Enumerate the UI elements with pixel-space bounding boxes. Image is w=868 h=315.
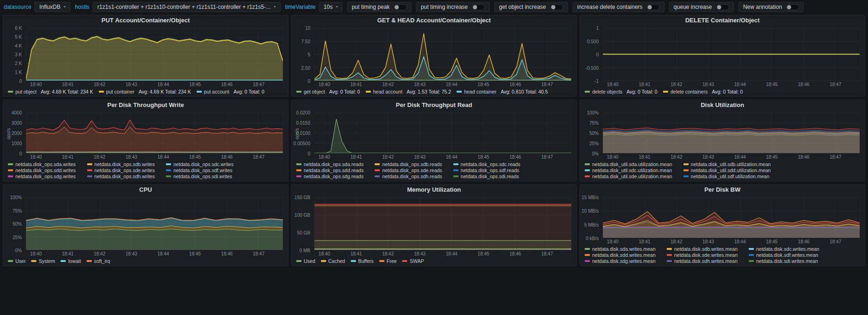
legend-item[interactable]: netdata.disk.sda.writes.mean [585,246,656,252]
legend-item[interactable]: netdata.disk_util.sda.utilization.mean [585,161,672,167]
y-axis: 150 GB100 GB50 GB0 MB [293,197,314,250]
legend-item[interactable]: netdata.disk_util.sdf.utilization.mean [683,174,771,179]
chart-plot-area[interactable] [602,197,860,238]
legend-item[interactable]: netdata.disk_util.sde.utilization.mean [585,174,672,179]
panel-title[interactable]: Memory Utilization [292,185,576,195]
toggle-switch[interactable] [472,4,485,10]
legend-item[interactable]: netdata.disk.sdh.writes.mean [667,258,738,264]
x-axis: 18:4018:4118:4218:4318:4418:4518:4618:47 [602,238,860,245]
panel-title[interactable]: CPU [3,185,288,195]
legend-item[interactable]: Used [296,258,315,264]
legend-item[interactable]: netdata.disk_ops.sdi.reads [453,174,520,179]
x-tick-label: 18:44 [157,154,169,160]
toggle-switch[interactable] [647,4,660,10]
toggle-new-annotation: New annotation [738,2,804,12]
legend-item[interactable]: put objectAvg: 4.69 K Total: 234 K [8,89,93,94]
legend-item[interactable]: SWAP [402,258,424,264]
panel-title[interactable]: Per Disk BW [580,185,865,195]
legend-item[interactable]: netdata.disk_ops.sdh.reads [375,174,442,179]
legend-item[interactable]: soft_irq [87,258,110,264]
series-color-icon [683,163,689,165]
chart-plot-area[interactable] [26,197,283,250]
panel-title[interactable]: PUT Account/Container/Object [3,15,288,26]
legend-item[interactable]: netdata.disk_ops.sdb.reads [375,161,442,167]
legend-item[interactable]: netdata.disk_ops.sda.reads [296,161,363,167]
x-tick-label: 18:47 [541,154,553,160]
legend-item[interactable]: Buffers [351,258,374,264]
legend-series-label: netdata.disk_ops.sdg.writes [15,174,76,179]
toggle-label: get object increase [499,4,546,10]
chart-plot-area[interactable] [314,28,572,81]
legend-item[interactable]: netdata.disk.sdb.writes.mean [667,246,738,252]
legend-item[interactable]: netdata.disk_ops.sdd.reads [296,168,363,173]
panel-title[interactable]: Disk Utilization [580,100,865,110]
legend-item[interactable]: netdata.disk.sdd.writes.mean [585,252,656,258]
chart-plot-area[interactable] [602,28,860,81]
chart-plot-area[interactable] [314,197,572,250]
legend-item[interactable]: netdata.disk_util.sdb.utilization.mean [683,161,771,167]
legend-item[interactable]: Cached [321,258,345,264]
chart-plot-area[interactable] [602,113,860,154]
legend-item[interactable]: netdata.disk_util.sdd.utilization.mean [683,168,771,173]
legend-item[interactable]: netdata.disk_ops.sdb.writes [87,161,155,167]
toggle-switch[interactable] [786,4,799,10]
legend-item[interactable]: put containerAvg: 4.69 K Total: 234 K [99,89,191,94]
chart-legend: netdata.disk_ops.sda.writesnetdata.disk_… [3,161,288,181]
panel-title[interactable]: Per Disk Throughput Write [3,100,288,110]
toggle-switch[interactable] [716,4,729,10]
panel-disk-utilization: Disk Utilization 100%75%50%25%0% 18:4018… [580,100,865,181]
x-tick-label: 18:44 [157,251,169,256]
legend-item[interactable]: get objectAvg: 0 Total: 0 [296,89,360,94]
legend-item[interactable]: netdata.disk.sdf.writes.mean [749,252,819,258]
variable-dropdown-timeVariable[interactable]: 10s ▾ [319,2,342,12]
legend-item[interactable]: netdata.disk_ops.sdd.writes [8,168,76,173]
legend-item[interactable]: put accountAvg: 0 Total: 0 [197,89,264,94]
toggle-switch[interactable] [394,4,407,10]
series-color-icon [457,91,462,93]
legend-item[interactable]: head accountAvg: 1.53 Total: 75.2 [366,89,451,94]
legend-item[interactable]: netdata.disk.sdc.writes.mean [749,246,819,252]
legend-item[interactable]: delete containersAvg: 0 Total: 0 [663,89,743,94]
legend-item[interactable]: User [8,258,26,264]
legend-item[interactable]: head containerAvg: 0.810 Total: 40.5 [457,89,548,94]
toggle-switch[interactable] [550,4,563,10]
legend-item[interactable]: Iowait [61,258,81,264]
legend-item[interactable]: delete objectsAvg: 0 Total: 0 [585,89,657,94]
legend-item[interactable]: netdata.disk_ops.sde.reads [375,168,442,173]
variable-dropdown-hostls[interactable]: r1z1s1-controller + r1z1s10-controller +… [93,2,280,12]
legend-item[interactable]: System [31,258,55,264]
legend-item[interactable]: netdata.disk.sdg.writes.mean [585,258,656,264]
legend-item[interactable]: netdata.disk_ops.sdh.writes [87,174,155,179]
legend-item[interactable]: netdata.disk_ops.sdc.reads [453,161,520,167]
chart-plot-area[interactable] [26,113,283,154]
variable-dropdown-datasource[interactable]: InfluxDB ▾ [34,2,70,12]
series-color-icon [453,169,458,171]
y-tick-label: 7.50 [301,39,310,44]
legend-item[interactable]: netdata.disk_ops.sdf.writes [166,168,233,173]
series-color-icon [667,254,672,256]
legend-series-label: netdata.disk_ops.sda.reads [304,161,363,167]
panel-title[interactable]: GET & HEAD Account/Container/Object [292,15,576,26]
x-tick-label: 18:41 [350,154,362,160]
legend-item[interactable]: netdata.disk_util.sdc.utilization.mean [585,168,672,173]
legend-item[interactable]: netdata.disk_ops.sdf.reads [453,168,520,173]
x-tick-label: 18:45 [766,239,778,244]
legend-series-label: netdata.disk_ops.sdg.reads [304,174,363,179]
legend-item[interactable]: netdata.disk_ops.sdg.reads [296,174,363,179]
legend-item[interactable]: netdata.disk.sdi.writes.mean [749,258,819,264]
panel-title[interactable]: DELETE Container/Object [580,15,865,26]
panel-title[interactable]: Per Disk Throughput Read [292,100,576,110]
legend-item[interactable]: netdata.disk.sde.writes.mean [667,252,738,258]
legend-item[interactable]: netdata.disk_ops.sda.writes [8,161,76,167]
chart-plot-area[interactable] [26,28,283,81]
series-color-icon [8,169,13,171]
legend-item[interactable]: netdata.disk_ops.sdi.writes [166,174,233,179]
legend-item[interactable]: netdata.disk_ops.sdg.writes [8,174,76,179]
legend-item[interactable]: netdata.disk_ops.sde.writes [87,168,155,173]
switch-knob [648,5,652,9]
y-tick-label: 5 [308,52,310,57]
legend-item[interactable]: netdata.disk_ops.sdc.writes [166,161,233,167]
legend-series-label: netdata.disk.sdi.writes.mean [756,258,818,264]
legend-item[interactable]: Free [379,258,397,264]
chart-plot-area[interactable] [314,113,572,154]
